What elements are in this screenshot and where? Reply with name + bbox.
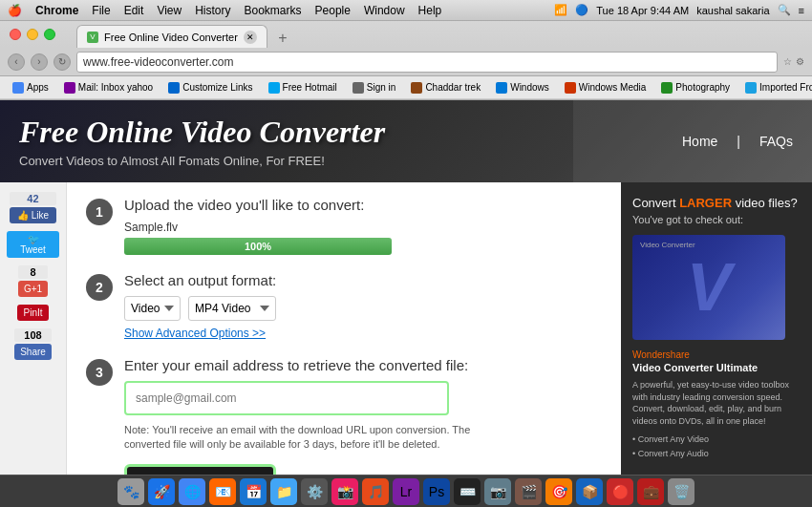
promo-subtext: You've got to check out: [632, 214, 801, 225]
forward-button[interactable]: › [31, 53, 48, 71]
dock-photoshop[interactable]: Ps [423, 478, 450, 505]
tab-bar: V Free Online Video Converter ✕ + [0, 21, 812, 48]
product-name: Video Converter Ultimate [632, 362, 801, 373]
dock-photos[interactable]: 📸 [331, 478, 358, 505]
dock-app2[interactable]: 🎬 [515, 478, 542, 505]
bookmark-yahoo-mail[interactable]: Mail: Inbox yahoo [59, 80, 158, 95]
address-bar-icons: ☆ ⚙ [783, 56, 804, 67]
menu-help[interactable]: Help [418, 4, 442, 17]
new-tab-button[interactable]: + [273, 29, 292, 48]
step2-label: Select an output format: [124, 272, 602, 288]
dock-app3[interactable]: 🎯 [545, 478, 572, 505]
dock-finder2[interactable]: 📁 [270, 478, 297, 505]
refresh-button[interactable]: ↻ [53, 53, 71, 71]
pin-button[interactable]: PinIt [17, 305, 48, 321]
bookmark-star-icon[interactable]: ☆ [783, 56, 792, 67]
browser-chrome: V Free Online Video Converter ✕ + ‹ › ↻ … [0, 21, 812, 100]
sign-bm-icon [353, 82, 364, 94]
bookmark-chaddar[interactable]: Chaddar trek [406, 80, 485, 95]
product-description: A powerful, yet easy-to-use video toolbo… [632, 379, 801, 427]
dock-system-prefs[interactable]: ⚙️ [301, 478, 328, 505]
brand-name: Wondershare [632, 349, 801, 360]
dock-filezilla[interactable]: 💼 [637, 478, 664, 505]
menu-edit[interactable]: Edit [124, 4, 144, 17]
progress-bar-background: 100% [124, 238, 392, 255]
bookmark-hotmail[interactable]: Free Hotmail [264, 80, 342, 95]
gplus-widget: 8 G+1 [18, 265, 48, 297]
convert-button[interactable]: Convert [124, 464, 276, 475]
dock-calendar[interactable]: 📅 [240, 478, 267, 505]
bookmark-windows-media[interactable]: Windows Media [560, 80, 652, 95]
menu-view[interactable]: View [157, 4, 182, 17]
pin-widget: PinIt [17, 305, 48, 321]
extensions-icon[interactable]: ⚙ [796, 56, 804, 67]
tab-favicon: V [87, 32, 98, 43]
dock-launchpad[interactable]: 🚀 [148, 478, 175, 505]
active-tab[interactable]: V Free Online Video Converter ✕ [76, 25, 267, 48]
window-controls [10, 29, 55, 40]
dock-mail[interactable]: 📧 [209, 478, 236, 505]
step1-content: Upload the video you'll like to convert:… [124, 197, 602, 255]
site-title: Free Online Video Converter [19, 115, 385, 150]
apple-menu[interactable]: 🍎 [8, 4, 22, 17]
back-button[interactable]: ‹ [8, 53, 25, 71]
share-button[interactable]: Share [14, 344, 52, 360]
hotmail-bm-icon [268, 82, 280, 94]
bluetooth-icon: 🔵 [575, 4, 588, 16]
search-icon[interactable]: 🔍 [778, 4, 791, 16]
minimize-window-button[interactable] [27, 29, 38, 40]
progress-bar-fill: 100% [124, 238, 392, 255]
file-name: Sample.flv [124, 221, 602, 234]
social-sidebar: 42 👍 Like 🐦 Tweet 8 G+1 PinIt 108 [0, 182, 67, 475]
dock-chrome[interactable]: 🌐 [179, 478, 205, 505]
site-header: Free Online Video Converter Convert Vide… [0, 100, 812, 182]
bookmark-apps[interactable]: Apps [8, 80, 53, 95]
bookmark-windows[interactable]: Windows [491, 80, 554, 95]
step3-content: Enter your email address to retrieve the… [124, 357, 602, 475]
dock-music[interactable]: 🎵 [362, 478, 389, 505]
dock-finder[interactable]: 🐾 [118, 478, 144, 505]
share-count: 108 [14, 328, 52, 342]
dock-app1[interactable]: 📷 [484, 478, 511, 505]
maximize-window-button[interactable] [44, 29, 55, 40]
nav-home[interactable]: Home [682, 134, 717, 149]
bookmark-signin[interactable]: Sign in [348, 80, 401, 95]
address-input[interactable]: www.free-videoconverter.com [76, 52, 778, 73]
photo-bm-icon [661, 82, 673, 94]
tweet-button[interactable]: 🐦 Tweet [7, 231, 59, 258]
dock-app5[interactable]: 🔴 [607, 478, 633, 505]
menu-icon[interactable]: ≡ [799, 5, 804, 16]
dock: 🐾 🚀 🌐 📧 📅 📁 ⚙️ 📸 🎵 Lr Ps ⌨️ 📷 🎬 🎯 📦 🔴 💼 … [0, 475, 812, 507]
menu-window[interactable]: Window [364, 4, 405, 17]
bookmark-customize[interactable]: Customize Links [163, 80, 257, 95]
nav-faqs[interactable]: FAQs [759, 134, 793, 149]
product-box-image: Video Converter V [632, 235, 785, 340]
menu-history[interactable]: History [195, 4, 230, 17]
promo-header-larger: LARGER [679, 196, 732, 210]
dock-app4[interactable]: 📦 [576, 478, 603, 505]
like-count: 42 [10, 192, 56, 205]
bookmark-ie[interactable]: Imported From IE [740, 80, 812, 95]
bookmark-photography[interactable]: Photography [656, 80, 735, 95]
close-window-button[interactable] [10, 29, 21, 40]
dock-trash[interactable]: 🗑️ [668, 478, 694, 505]
menu-file[interactable]: File [92, 4, 110, 17]
gplus-count: 8 [18, 265, 48, 279]
dock-lightroom[interactable]: Lr [393, 478, 419, 505]
format-output-select[interactable]: MP4 Video AVI Video MOV Video WMV Video [188, 296, 276, 321]
menu-bookmarks[interactable]: Bookmarks [245, 4, 302, 17]
promo-header-rest: video files? [736, 196, 798, 210]
email-input-wrapper [124, 381, 449, 415]
menu-people[interactable]: People [315, 4, 351, 17]
windows-bm-icon [496, 82, 507, 94]
tab-close-button[interactable]: ✕ [244, 31, 257, 44]
email-input[interactable] [128, 385, 445, 412]
step1-row: 1 Upload the video you'll like to conver… [86, 197, 602, 255]
step1-label: Upload the video you'll like to convert: [124, 197, 602, 213]
gplus-button[interactable]: G+1 [18, 281, 48, 297]
dock-terminal[interactable]: ⌨️ [454, 478, 481, 505]
app-name[interactable]: Chrome [35, 4, 78, 17]
advanced-options-link[interactable]: Show Advanced Options >> [124, 327, 602, 340]
like-button[interactable]: 👍 Like [10, 207, 56, 223]
format-type-select[interactable]: Video Audio [124, 296, 181, 321]
